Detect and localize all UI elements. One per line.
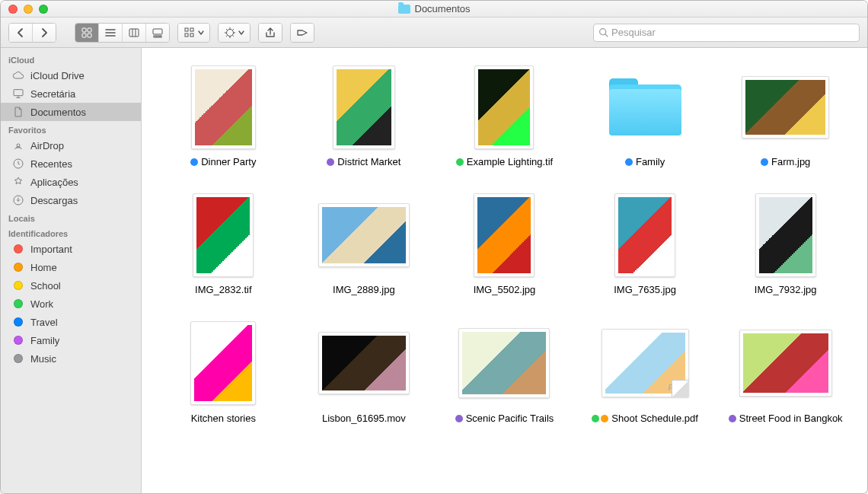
file-tags — [592, 413, 608, 422]
sidebar-item-family[interactable]: Family — [1, 331, 141, 349]
sidebar-item-travel[interactable]: Travel — [1, 313, 141, 331]
sidebar-item-work[interactable]: Work — [1, 295, 141, 313]
file-item[interactable]: Scenic Pacific Trails — [442, 320, 567, 425]
sidebar-item-recentes[interactable]: Recentes — [1, 155, 141, 173]
tag-dot-icon — [11, 279, 25, 292]
apps-icon — [11, 175, 25, 189]
file-item[interactable]: Dinner Party — [161, 63, 286, 168]
back-button[interactable] — [9, 24, 33, 42]
file-item[interactable]: PDF Shoot Schedule.pdf — [582, 320, 708, 425]
arrange-button-group — [177, 23, 210, 43]
file-item[interactable]: Lisbon_61695.mov — [302, 320, 427, 425]
thumb-wrap — [609, 63, 681, 151]
file-label-row: Street Food in Bangkok — [729, 413, 843, 425]
traffic-lights — [1, 5, 48, 14]
sidebar-item-documentos[interactable]: Documentos — [1, 103, 141, 121]
sidebar-item-home[interactable]: Home — [1, 258, 141, 276]
sidebar-item-music[interactable]: Music — [1, 349, 141, 368]
sidebar-item-important[interactable]: Important — [1, 240, 141, 258]
content-area[interactable]: Dinner Party District Market Example Lig… — [142, 48, 867, 493]
file-label-row: Farm.jpg — [761, 156, 810, 168]
file-item[interactable]: IMG_7635.jpg — [582, 191, 708, 296]
file-name: IMG_7932.jpg — [755, 284, 817, 296]
maximize-button[interactable] — [39, 5, 48, 14]
thumb-wrap — [755, 191, 816, 279]
svg-rect-11 — [190, 28, 193, 31]
thumb-wrap — [614, 191, 675, 279]
search-field[interactable] — [593, 24, 860, 42]
action-button[interactable] — [219, 24, 250, 42]
file-label-row: Shoot Schedule.pdf — [592, 413, 697, 425]
desktop-icon — [11, 87, 25, 100]
file-label-row: IMG_2889.jpg — [333, 284, 395, 296]
close-button[interactable] — [8, 5, 18, 14]
file-label-row: Dinner Party — [190, 156, 256, 168]
file-item[interactable]: IMG_5502.jpg — [442, 191, 567, 296]
airdrop-icon — [11, 139, 25, 152]
file-thumbnail — [458, 328, 550, 398]
sidebar-item-descargas[interactable]: Descargas — [1, 191, 141, 209]
folder-icon — [398, 5, 410, 14]
sidebar-item-school[interactable]: School — [1, 276, 141, 295]
icon-view-button[interactable] — [75, 24, 99, 42]
file-name: District Market — [337, 156, 400, 168]
file-item[interactable]: IMG_2889.jpg — [302, 191, 427, 296]
share-button[interactable] — [259, 24, 282, 42]
file-label-row: Family — [625, 156, 665, 168]
sidebar-item-airdrop[interactable]: AirDrop — [1, 136, 141, 155]
tag-indicator — [456, 158, 464, 166]
svg-rect-5 — [153, 29, 162, 34]
file-label-row: Example Lighting.tif — [456, 156, 553, 168]
sidebar-item-label: School — [30, 280, 61, 292]
file-name: Street Food in Bangkok — [739, 413, 843, 425]
doc-icon — [11, 105, 25, 119]
sidebar-item-icloud-drive[interactable]: iCloud Drive — [1, 66, 141, 84]
forward-button[interactable] — [33, 24, 56, 42]
sidebar: iCloudiCloud DriveSecretáriaDocumentosFa… — [1, 48, 142, 493]
file-item[interactable]: Farm.jpg — [723, 63, 848, 168]
sidebar-item-aplicações[interactable]: Aplicações — [1, 173, 141, 191]
tag-indicator — [625, 158, 633, 166]
file-label-row: District Market — [327, 156, 400, 168]
file-tags — [729, 413, 736, 422]
pdf-badge: PDF — [669, 384, 684, 392]
file-thumbnail — [193, 193, 254, 277]
file-label-row: Kitchen stories — [191, 413, 256, 425]
sidebar-item-label: Descargas — [30, 195, 78, 206]
file-item[interactable]: Street Food in Bangkok — [723, 320, 848, 425]
file-name: Farm.jpg — [771, 156, 810, 168]
file-thumbnail — [614, 193, 675, 277]
file-item[interactable]: Family — [582, 63, 708, 168]
sidebar-section-title: Identificadores — [1, 225, 141, 240]
file-thumbnail — [474, 65, 534, 149]
list-view-button[interactable] — [99, 24, 123, 42]
file-tags — [455, 413, 463, 422]
file-item[interactable]: Kitchen stories — [161, 320, 286, 425]
file-thumbnail — [190, 321, 256, 405]
tags-button[interactable] — [291, 24, 314, 42]
search-icon — [598, 27, 608, 37]
file-tags — [327, 156, 334, 166]
minimize-button[interactable] — [24, 5, 33, 14]
file-name: IMG_7635.jpg — [614, 284, 676, 296]
search-input[interactable] — [611, 27, 854, 38]
file-item[interactable]: IMG_2832.tif — [161, 191, 286, 296]
titlebar: Documentos — [1, 1, 867, 18]
svg-rect-0 — [82, 28, 86, 32]
file-item[interactable]: IMG_7932.jpg — [723, 191, 848, 296]
file-name: Dinner Party — [201, 156, 256, 168]
file-name: IMG_2889.jpg — [333, 284, 395, 296]
file-thumbnail — [739, 330, 832, 397]
column-view-button[interactable] — [123, 24, 146, 42]
file-item[interactable]: District Market — [302, 63, 427, 168]
sidebar-item-label: Recentes — [30, 158, 72, 170]
arrange-button[interactable] — [178, 24, 209, 42]
sidebar-item-label: AirDrop — [30, 140, 64, 151]
file-thumbnail — [755, 193, 816, 277]
folder-icon — [609, 78, 681, 135]
svg-point-13 — [227, 29, 234, 36]
file-item[interactable]: Example Lighting.tif — [442, 63, 567, 168]
sidebar-item-secretária[interactable]: Secretária — [1, 84, 141, 103]
thumb-wrap — [474, 191, 535, 279]
gallery-view-button[interactable] — [146, 24, 169, 42]
